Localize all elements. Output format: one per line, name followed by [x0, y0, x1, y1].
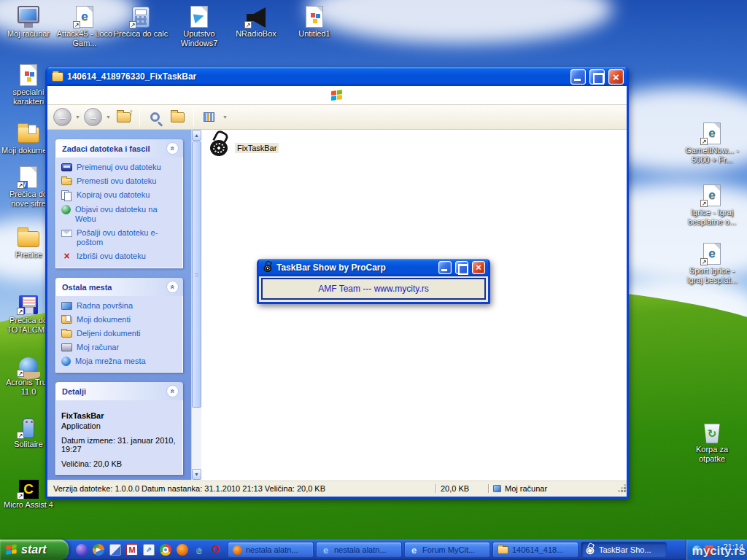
my-computer-icon	[493, 485, 501, 492]
windows-logo-icon	[331, 89, 343, 101]
scrollbar-thumb[interactable]	[192, 141, 201, 408]
back-button[interactable]: ←	[53, 108, 71, 126]
internet-explorer-icon[interactable]	[193, 544, 205, 556]
dialog-close-button[interactable]	[472, 261, 485, 274]
collapse-chevron-icon[interactable]: «	[166, 281, 179, 293]
desktop-icon-label: Micro Assist 4	[0, 500, 57, 510]
shortcut-arrow-icon: ↗	[129, 21, 136, 28]
views-button[interactable]	[200, 108, 219, 127]
dialog-body: AMF Team --- www.mycity.rs	[261, 278, 486, 300]
status-bar: Verzija datoteke: 1.0.0.0 Datum nastanka…	[47, 480, 627, 497]
internet-explorer-icon: e	[409, 545, 419, 555]
forward-dropdown-icon[interactable]: ▼	[106, 114, 111, 120]
task-move-file[interactable]: Premesti ovu datoteku	[61, 176, 179, 186]
copy-icon	[61, 190, 72, 201]
tray-blue-icon[interactable]	[692, 545, 702, 555]
opera-icon[interactable]	[210, 544, 222, 556]
start-button[interactable]: start	[0, 540, 69, 560]
document-icon	[190, 6, 208, 28]
task-copy-file[interactable]: Kopiraj ovu datoteku	[61, 190, 179, 201]
network-icon	[61, 357, 71, 366]
taskpane-scrollbar[interactable]: ▲ ▼	[191, 130, 201, 480]
desktop-icon-attack45[interactable]: e↗ Attack45 - Loco Gam...	[56, 1, 113, 48]
menu-bar[interactable]	[47, 86, 627, 105]
quick-launch	[69, 544, 228, 556]
firefox-icon[interactable]	[177, 544, 188, 556]
my-computer-icon	[61, 343, 72, 351]
desktop-icon-nradiobox[interactable]: ↗ NRadioBox	[228, 1, 285, 39]
views-dropdown-icon[interactable]: ▼	[222, 114, 228, 120]
shortcut-arrow-icon: ↗	[700, 200, 708, 207]
shortcut-arrow-icon: ↗	[244, 21, 252, 28]
folders-icon	[171, 112, 185, 122]
m-app-icon[interactable]	[126, 544, 138, 556]
dialog-minimize-button[interactable]	[438, 261, 452, 274]
place-shared-documents[interactable]: Deljeni dokumenti	[61, 329, 179, 338]
explorer-titlebar[interactable]: 140614_418976330_FixTaskBar	[47, 67, 627, 86]
recycle-bin-icon	[703, 424, 721, 443]
dialog-titlebar[interactable]: TaskBar Show by ProCarp	[259, 259, 488, 276]
resize-grip[interactable]	[624, 490, 626, 492]
views-icon	[204, 112, 214, 122]
card-title: Zadaci datoteka i fascil	[62, 144, 150, 153]
image-document-icon	[306, 6, 323, 28]
padlock-icon	[263, 262, 273, 273]
collapse-chevron-icon[interactable]: «	[166, 385, 179, 397]
desktop-icon	[61, 302, 72, 310]
taskbtn-folder-140614[interactable]: 140614_418...	[492, 542, 578, 558]
desktop-icon-label: Moj računar	[0, 29, 57, 39]
status-file-info: Verzija datoteke: 1.0.0.0 Datum nastanka…	[47, 484, 436, 493]
shortcut-arrow-icon: ↗	[17, 370, 24, 377]
desktop-icon-igrice[interactable]: e↗ Igrice - Igraj besplatne o...	[684, 180, 740, 227]
windows-logo-icon	[6, 544, 17, 555]
taskbtn-nestala-alatn-ie[interactable]: e nestala alatn...	[316, 542, 402, 558]
internet-explorer-icon: e	[321, 545, 330, 555]
taskbtn-taskbar-show[interactable]: TaskBar Sho...	[581, 542, 667, 558]
scrollbar-track[interactable]	[192, 408, 201, 469]
up-button[interactable]: ↑	[115, 108, 133, 127]
show-desktop-icon[interactable]	[109, 544, 121, 556]
desktop-icon-label: NRadioBox	[228, 29, 285, 39]
search-button[interactable]	[146, 108, 165, 127]
desktop-icon-untitled1[interactable]: Untitled1	[286, 1, 343, 39]
folders-button[interactable]	[169, 108, 187, 127]
minimize-button[interactable]	[570, 69, 586, 85]
browser-icon[interactable]	[76, 544, 88, 556]
taskbtn-forum-mycity[interactable]: e Forum MyCit...	[404, 542, 490, 558]
documents-shortcut-icon[interactable]	[143, 544, 155, 556]
dialog-maximize-button[interactable]	[455, 261, 468, 274]
place-network[interactable]: Moja mrežna mesta	[61, 357, 179, 366]
file-fixtaskbar[interactable]: FixTaskBar	[210, 140, 279, 156]
desktop-icon-precica-do-calc[interactable]: ↗ Prečica do calc	[112, 1, 169, 39]
task-rename-file[interactable]: Preimenuj ovu datoteku	[61, 163, 179, 172]
scroll-up-icon[interactable]: ▲	[192, 130, 201, 141]
tray-red-icon[interactable]	[705, 545, 713, 555]
my-documents-icon	[18, 127, 39, 143]
taskbtn-nestala-alatn-firefox[interactable]: nestala alatn...	[228, 542, 314, 558]
task-email-file[interactable]: Pošalji ovu datoteku e-poštom	[61, 228, 179, 247]
folder-icon	[498, 546, 508, 554]
media-player-icon[interactable]	[93, 544, 104, 556]
task-delete-file[interactable]: ×Izbriši ovu datoteku	[61, 252, 179, 262]
shortcut-arrow-icon: ↗	[17, 492, 24, 499]
desktop-icon-korpa-za-otpatke[interactable]: Korpa za otpatke	[684, 417, 740, 464]
computer-icon	[18, 6, 39, 23]
file-list-area[interactable]: FixTaskBar	[201, 130, 627, 480]
task-publish-web[interactable]: Objavi ovu datoteku na Webu	[61, 205, 179, 224]
maximize-button[interactable]	[589, 69, 605, 85]
clock[interactable]: 21:14	[723, 542, 743, 551]
desktop-icon-moj-racunar[interactable]: Moj računar	[0, 1, 57, 39]
desktop-icon-sport-igrice[interactable]: e↗ Sport igrice - Igraj besplat...	[684, 238, 740, 285]
scroll-down-icon[interactable]: ▼	[192, 469, 201, 480]
place-desktop[interactable]: Radna površina	[61, 301, 179, 311]
desktop-icon-gameitnow[interactable]: e↗ GameItNow... - 5000 + Fr...	[684, 118, 740, 165]
forward-button[interactable]: →	[84, 108, 102, 126]
back-dropdown-icon[interactable]: ▼	[75, 114, 80, 120]
collapse-chevron-icon[interactable]: «	[166, 142, 179, 155]
close-button[interactable]	[608, 69, 624, 85]
place-my-computer[interactable]: Moj računar	[61, 343, 179, 352]
desktop-icon-uputstvo-windows7[interactable]: Uputstvo Windows7	[171, 1, 228, 48]
shortcut-arrow-icon: ↗	[700, 258, 708, 265]
place-my-documents[interactable]: Moji dokumenti	[61, 315, 179, 324]
chrome-icon[interactable]	[160, 544, 171, 556]
